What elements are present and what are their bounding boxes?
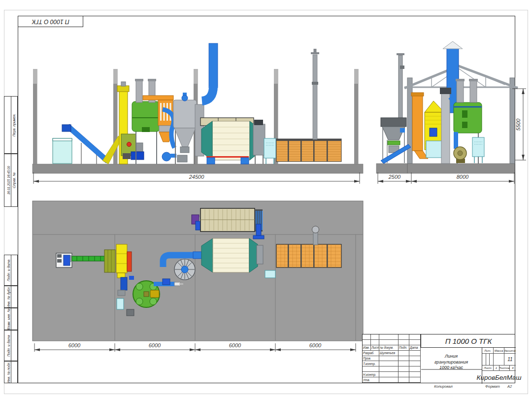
side-elevation-view xyxy=(33,43,363,173)
empty-cell xyxy=(409,351,421,356)
dim-6000-3: 6000 xyxy=(229,342,241,348)
col-data: Дата xyxy=(409,345,421,351)
empty-cell xyxy=(409,356,421,362)
lit-label: Лит. xyxy=(482,348,494,354)
empty-cell xyxy=(409,334,421,340)
outdoor-hopper-unit xyxy=(381,53,411,164)
empty-cell xyxy=(399,334,409,340)
plan-view xyxy=(33,201,363,341)
empty-cell xyxy=(399,377,409,383)
dim-6000-2: 6000 xyxy=(149,342,161,348)
mixer-tank xyxy=(132,79,160,164)
empty-cell xyxy=(363,366,379,372)
empty-cell xyxy=(399,361,409,366)
massa-value xyxy=(494,354,504,366)
plan-infeed-bin xyxy=(56,253,72,267)
doc-name: Линия гранулирования 1000 кг/час xyxy=(421,348,482,384)
chimney xyxy=(311,49,319,139)
dimension-end-view: 2500 8000 xyxy=(378,172,514,184)
lit-cell xyxy=(486,354,490,366)
list-label: Лист xyxy=(482,366,494,371)
massa-label: Масса xyxy=(494,348,504,354)
row-razrab: Разраб. xyxy=(363,351,379,356)
dim-2500: 2500 xyxy=(388,174,401,180)
col-list: Лист xyxy=(371,345,379,351)
lit-massa-masshtab-header: Лит. Масса Масштаб xyxy=(482,348,516,354)
lit-massa-masshtab-values: 11 xyxy=(482,354,516,366)
row-prov: Пров. xyxy=(363,356,379,362)
empty-cell xyxy=(399,340,409,345)
control-cabinet xyxy=(264,138,276,164)
pellet-press xyxy=(121,134,144,160)
col-izm: Изм. xyxy=(363,345,371,351)
doc-name-line3: 1000 кг/час xyxy=(421,365,482,371)
plan-chimney-cap xyxy=(312,226,319,233)
empty-cell xyxy=(379,340,399,345)
dim-6000-1: 6000 xyxy=(68,342,81,348)
format-value: А2 xyxy=(507,384,512,389)
title-block-left-grid: Изм. Лист № докум. Подп. Дата Разраб. Шу… xyxy=(363,334,421,383)
lit-cell xyxy=(482,354,486,366)
empty-cell xyxy=(409,366,421,372)
dimension-total-length: 24500 xyxy=(33,172,360,184)
end-view xyxy=(376,41,518,173)
empty-cell xyxy=(399,351,409,356)
doc-name-line2: гранулирования xyxy=(421,360,482,366)
end-blue-pipe xyxy=(454,132,458,149)
drum-drive-unit xyxy=(253,120,265,164)
plan-fan xyxy=(174,259,195,280)
drawing-page: { "stamp": { "text": "П 1000 О ТГК" }, "… xyxy=(0,0,532,399)
format-label: Формат xyxy=(485,384,500,389)
empty-cell xyxy=(363,334,371,340)
dim-24500: 24500 xyxy=(189,174,204,180)
row-tkontr: Т.контр. xyxy=(363,361,379,366)
listov-label: Листов xyxy=(499,366,510,371)
empty-cell xyxy=(379,372,399,377)
sheet-row: Лист 1 Листов 4 xyxy=(482,366,516,371)
listov-value: 4 xyxy=(510,366,516,371)
col-podp: Подп. xyxy=(399,345,409,351)
doc-designation: П 1000 О ТГК xyxy=(421,334,516,348)
empty-cell xyxy=(379,334,399,340)
empty-cell xyxy=(399,356,409,362)
row-nkontr: Н.контр. xyxy=(363,372,379,377)
empty-cell xyxy=(371,340,379,345)
empty-cell xyxy=(363,340,371,345)
end-fan xyxy=(454,147,466,163)
empty-cell xyxy=(409,340,421,345)
dimension-plan-chain: 6000 6000 6000 6000 xyxy=(34,342,356,352)
floor-slab xyxy=(33,164,363,173)
doc-name-line1: Линия xyxy=(421,354,482,360)
masshtab-label: Масштаб xyxy=(504,348,516,354)
dim-6000-4: 6000 xyxy=(309,342,322,348)
list-value: 1 xyxy=(494,366,499,371)
plan-belt-conveyor xyxy=(70,255,105,262)
floor-slab xyxy=(376,164,515,173)
empty-cell xyxy=(379,377,399,383)
razrab-name: Шулятьев xyxy=(379,351,399,356)
cyclone xyxy=(173,93,197,164)
lit-cell xyxy=(490,354,494,366)
empty-cell xyxy=(371,334,379,340)
side-chimney xyxy=(399,55,402,118)
duct-tip xyxy=(443,41,463,49)
row-utv: Утв. xyxy=(363,377,379,383)
infeed-bin xyxy=(53,138,72,164)
divider-line xyxy=(421,369,482,370)
empty-cell xyxy=(409,377,421,383)
plan-control-cabinet xyxy=(265,270,275,278)
dim-5500: 5500 xyxy=(515,118,521,131)
empty-cell xyxy=(409,361,421,366)
plan-rotary-drum xyxy=(201,238,263,272)
heat-generator-furnace xyxy=(276,139,341,162)
empty-cell xyxy=(399,366,409,372)
title-block: Изм. Лист № докум. Подп. Дата Разраб. Шу… xyxy=(362,334,515,383)
col-ndocum: № докум. xyxy=(379,345,399,351)
company-name: КировБелМаш xyxy=(482,371,516,384)
empty-cell xyxy=(409,372,421,377)
masshtab-value: 11 xyxy=(504,354,516,366)
empty-cell xyxy=(379,356,399,362)
kopiroval-label: Копировал xyxy=(421,384,466,389)
dim-8000: 8000 xyxy=(457,174,469,180)
empty-cell xyxy=(379,366,399,372)
